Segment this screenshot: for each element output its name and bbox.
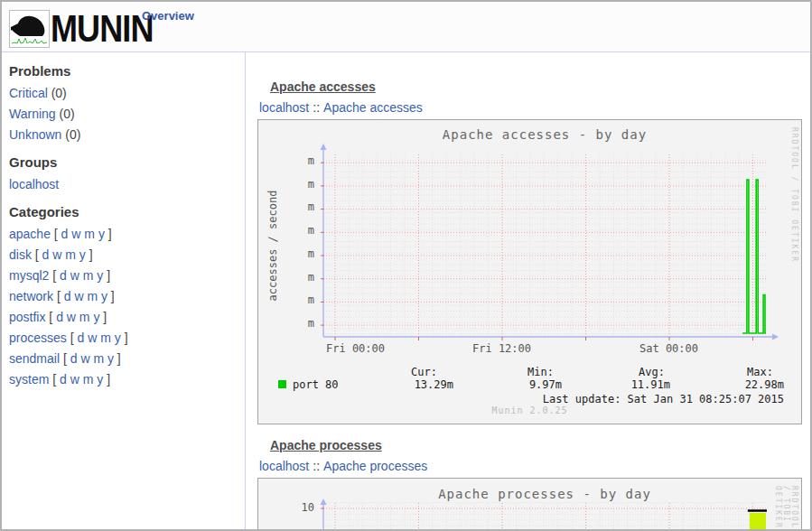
apache-processes-graph[interactable]: Apache processes - by day RRDTOOL / TOBI…	[257, 478, 802, 531]
bracket-open: [	[52, 372, 56, 387]
munin-logo[interactable]	[9, 10, 50, 48]
y-tick-label: m	[276, 248, 314, 259]
problem-link-warning[interactable]: Warning	[9, 107, 56, 121]
bracket-close: ]	[89, 247, 93, 262]
bracket-open: [	[70, 331, 74, 345]
group-item: localhost	[9, 174, 245, 195]
period-link-processes-m[interactable]: m	[100, 331, 111, 345]
categories-list: apache [ d w m y ]disk [ d w m y ]mysql2…	[9, 224, 245, 390]
period-link-system-d[interactable]: d	[60, 372, 67, 387]
y-tick-label: m	[276, 155, 314, 166]
breadcrumb-apache-accesses: localhost::Apache accesses	[259, 100, 423, 115]
raven-logo-icon	[10, 11, 49, 47]
main-content: Apache accesses localhost::Apache access…	[247, 52, 812, 531]
period-link-postfix-d[interactable]: d	[56, 310, 63, 324]
category-item: disk [ d w m y ]	[9, 245, 245, 266]
category-link-network[interactable]: network	[9, 289, 53, 303]
breadcrumb-host-link[interactable]: localhost	[259, 100, 309, 115]
category-item: system [ d w m y ]	[9, 369, 245, 390]
logo-text: MUNIN	[51, 8, 153, 47]
group-link-localhost[interactable]: localhost	[9, 177, 59, 191]
period-link-mysql2-d[interactable]: d	[60, 268, 67, 283]
period-link-sendmail-y[interactable]: y	[107, 351, 114, 366]
y-tick-label: m	[276, 225, 314, 236]
period-link-sendmail-m[interactable]: m	[93, 351, 104, 366]
period-link-disk-w[interactable]: w	[52, 247, 61, 262]
period-link-postfix-m[interactable]: m	[79, 310, 90, 324]
period-link-processes-d[interactable]: d	[77, 331, 84, 345]
period-link-processes-y[interactable]: y	[115, 331, 121, 345]
bracket-close: ]	[108, 227, 112, 241]
service-heading-apache-processes: Apache processes	[270, 438, 382, 452]
problem-count: (0)	[48, 86, 67, 100]
category-link-sendmail[interactable]: sendmail	[9, 351, 60, 366]
bracket-close: ]	[111, 289, 115, 303]
period-link-network-m[interactable]: m	[87, 289, 98, 303]
period-link-apache-d[interactable]: d	[61, 227, 69, 241]
period-link-disk-m[interactable]: m	[65, 247, 76, 262]
y-tick-label: 10	[276, 502, 314, 513]
period-link-disk-d[interactable]: d	[42, 247, 50, 262]
bracket-open: [	[54, 227, 58, 241]
graph-title: Apache accesses - by day	[323, 127, 766, 142]
period-link-apache-m[interactable]: m	[84, 227, 95, 241]
legend-color-swatch	[278, 380, 286, 388]
period-link-disk-y[interactable]: y	[79, 247, 86, 262]
legend-column-header: Avg:	[639, 366, 665, 378]
problem-link-critical[interactable]: Critical	[9, 86, 48, 100]
category-link-system[interactable]: system	[9, 372, 49, 387]
problem-count: (0)	[61, 127, 80, 142]
legend-value: 13.29m	[415, 378, 453, 391]
period-link-network-y[interactable]: y	[101, 289, 107, 303]
problems-list: Critical (0)Warning (0)Unknown (0)	[9, 83, 245, 145]
breadcrumb-service-link[interactable]: Apache processes	[323, 459, 427, 473]
munin-overview-page: { "header": { "logo_text": "MUNIN", "ove…	[0, 0, 812, 531]
category-item: network [ d w m y ]	[9, 286, 245, 307]
problem-link-unknown[interactable]: Unknown	[9, 127, 61, 142]
x-tick-label: Sat 00:00	[639, 342, 698, 355]
period-link-network-w[interactable]: w	[74, 289, 83, 303]
legend-value: 9.97m	[529, 378, 562, 391]
groups-list: localhost	[9, 174, 245, 195]
y-tick-label: m	[276, 294, 314, 305]
apache-accesses-graph[interactable]: Apache accesses - by day RRDTOOL / TOBI …	[257, 119, 802, 424]
bracket-close: ]	[107, 268, 110, 283]
bracket-close: ]	[117, 351, 121, 366]
period-link-mysql2-w[interactable]: w	[70, 268, 79, 283]
category-link-mysql2[interactable]: mysql2	[9, 268, 49, 283]
period-link-postfix-w[interactable]: w	[67, 310, 76, 324]
legend-value: 22.98m	[745, 378, 784, 391]
category-item: postfix [ d w m y ]	[9, 307, 245, 328]
period-link-apache-y[interactable]: y	[98, 227, 105, 241]
period-link-system-m[interactable]: m	[83, 372, 94, 387]
bracket-close: ]	[103, 310, 107, 324]
problem-count: (0)	[56, 107, 75, 121]
legend-column-header: Max:	[747, 366, 773, 378]
period-link-apache-w[interactable]: w	[71, 227, 80, 241]
period-link-postfix-y[interactable]: y	[93, 310, 99, 324]
categories-heading: Categories	[9, 204, 245, 219]
sidebar: Problems Critical (0)Warning (0)Unknown …	[2, 52, 246, 531]
period-link-system-w[interactable]: w	[70, 372, 79, 387]
last-update-text: Last update: Sat Jan 31 08:25:07 2015	[543, 393, 784, 405]
period-link-sendmail-d[interactable]: d	[70, 351, 78, 366]
y-tick-label: m	[276, 318, 314, 329]
category-link-processes[interactable]: processes	[9, 331, 67, 345]
groups-heading: Groups	[9, 154, 245, 170]
period-link-processes-w[interactable]: w	[88, 331, 97, 345]
munin-version-text: Munin 2.0.25	[258, 405, 801, 415]
breadcrumb-separator: ::	[313, 459, 320, 473]
category-link-apache[interactable]: apache	[9, 227, 51, 241]
period-link-system-y[interactable]: y	[97, 372, 103, 387]
category-link-postfix[interactable]: postfix	[9, 310, 45, 324]
category-link-disk[interactable]: disk	[9, 247, 32, 262]
period-link-mysql2-y[interactable]: y	[97, 268, 103, 283]
period-link-network-d[interactable]: d	[64, 289, 71, 303]
period-link-sendmail-w[interactable]: w	[80, 351, 89, 366]
category-item: processes [ d w m y ]	[9, 328, 245, 349]
breadcrumb-host-link[interactable]: localhost	[259, 459, 309, 473]
nav-overview-link[interactable]: Overview	[142, 9, 194, 23]
service-heading-apache-accesses: Apache accesses	[270, 79, 376, 94]
period-link-mysql2-m[interactable]: m	[83, 268, 94, 283]
breadcrumb-service-link[interactable]: Apache accesses	[323, 100, 423, 115]
